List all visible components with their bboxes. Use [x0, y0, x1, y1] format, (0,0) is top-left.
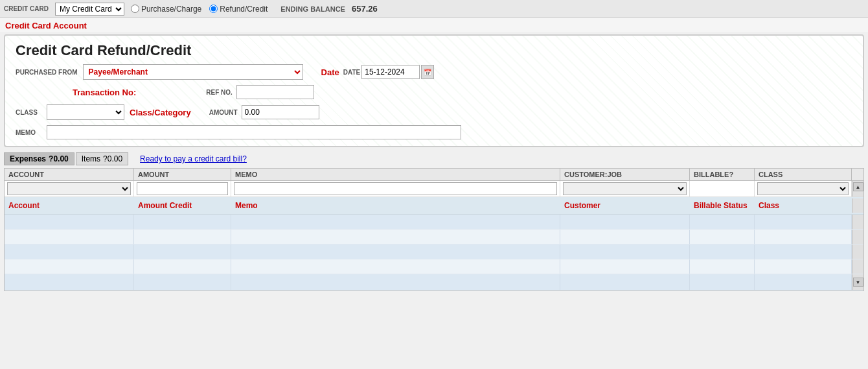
- account-dropdown[interactable]: [7, 182, 131, 195]
- transaction-no-label: Transaction No:: [73, 88, 136, 97]
- row-customer: [560, 215, 690, 229]
- ref-no-section: REF NO.: [206, 85, 314, 99]
- class-label: CLASS: [16, 109, 41, 116]
- row-class: [755, 230, 852, 244]
- memo-input-cell[interactable]: [231, 181, 560, 196]
- row-scrollbar: ▼: [852, 274, 863, 290]
- transaction-row: Transaction No: REF NO.: [16, 85, 852, 99]
- ref-no-input[interactable]: [236, 85, 314, 99]
- row-memo-input[interactable]: [234, 182, 557, 195]
- col-class: CLASS: [755, 169, 852, 180]
- expenses-tab-label: Expenses: [10, 154, 46, 163]
- row-amount: [134, 230, 231, 244]
- row-account: [5, 244, 134, 259]
- row-memo: [231, 230, 560, 244]
- row-class: [755, 259, 852, 274]
- row-class: [755, 244, 852, 259]
- amount-input-cell[interactable]: [134, 181, 231, 196]
- header-class: Class: [755, 198, 852, 213]
- ref-no-label: REF NO.: [206, 89, 233, 96]
- data-section-header: Account Amount Credit Memo Customer Bill…: [5, 197, 863, 215]
- refund-credit-radio[interactable]: [209, 5, 218, 13]
- row-scrollbar: [852, 244, 863, 259]
- scroll-up-arrow[interactable]: ▲: [853, 182, 863, 191]
- form-title: Credit Card Refund/Credit: [16, 42, 852, 59]
- table-row: [5, 230, 863, 244]
- amount-section: AMOUNT: [209, 105, 319, 119]
- scroll-down-arrow[interactable]: ▼: [853, 278, 863, 287]
- row-memo: [231, 215, 560, 229]
- credit-card-select[interactable]: My Credit Card: [55, 3, 124, 16]
- row-customer: [560, 259, 690, 274]
- header-amount: Amount Credit: [134, 198, 231, 213]
- row-billable: [690, 274, 755, 290]
- col-memo: MEMO: [231, 169, 560, 180]
- row-class: [755, 215, 852, 229]
- transaction-type-group: Purchase/Charge Refund/Credit: [131, 5, 268, 14]
- date-label: DATE: [343, 69, 360, 76]
- billable-input-cell[interactable]: [690, 181, 755, 196]
- expenses-tab[interactable]: Expenses ?0.00: [4, 152, 74, 165]
- row-amount-input[interactable]: [137, 182, 228, 195]
- table-header: ACCOUNT AMOUNT MEMO CUSTOMER:JOB BILLABL…: [5, 169, 863, 181]
- row-billable: [690, 230, 755, 244]
- row-customer: [560, 230, 690, 244]
- amount-input[interactable]: [242, 105, 319, 119]
- row-amount: [134, 244, 231, 259]
- row-account: [5, 274, 134, 290]
- class-placeholder: Class/Category: [130, 108, 191, 117]
- ending-balance-label: ENDING BALANCE: [280, 5, 345, 13]
- expenses-tab-amount: ?0.00: [49, 154, 69, 163]
- calendar-button[interactable]: 📅: [421, 65, 434, 79]
- purchase-charge-option[interactable]: Purchase/Charge: [131, 5, 201, 14]
- customer-dropdown[interactable]: [563, 182, 687, 195]
- col-amount: AMOUNT: [134, 169, 231, 180]
- header-billable: Billable Status: [690, 198, 755, 213]
- ready-to-pay-link[interactable]: Ready to pay a credit card bill?: [140, 154, 247, 163]
- form-area: Credit Card Refund/Credit PURCHASED FROM…: [4, 34, 864, 147]
- table-row: ▼: [5, 274, 863, 291]
- purchased-from-row: PURCHASED FROM Payee/Merchant Date DATE …: [16, 64, 852, 80]
- account-input-cell[interactable]: [5, 181, 134, 196]
- row-scrollbar: [852, 215, 863, 229]
- scrollbar-up[interactable]: ▲: [852, 181, 863, 196]
- header-account: Account: [5, 198, 134, 213]
- items-tab-label: Items: [82, 154, 100, 163]
- class-row-dropdown[interactable]: [757, 182, 849, 195]
- row-billable: [690, 259, 755, 274]
- header-memo: Memo: [231, 198, 560, 213]
- credit-card-label: CREDIT CARD: [4, 5, 49, 12]
- refund-credit-option[interactable]: Refund/Credit: [209, 5, 268, 14]
- account-title: Credit Card Account: [0, 18, 868, 32]
- memo-input[interactable]: [47, 125, 461, 139]
- class-select[interactable]: [47, 104, 124, 120]
- class-row: CLASS Class/Category AMOUNT: [16, 104, 852, 120]
- purchase-charge-radio[interactable]: [131, 5, 139, 13]
- table-row: [5, 259, 863, 274]
- date-row: DATE 📅: [343, 65, 434, 79]
- row-memo: [231, 244, 560, 259]
- row-memo: [231, 274, 560, 290]
- date-input[interactable]: [361, 65, 420, 79]
- expenses-table: ACCOUNT AMOUNT MEMO CUSTOMER:JOB BILLABL…: [4, 168, 864, 291]
- memo-label: MEMO: [16, 129, 41, 136]
- transaction-no-section: Transaction No:: [73, 88, 136, 97]
- row-amount: [134, 215, 231, 229]
- tabs-bar: Expenses ?0.00 Items ?0.00 Ready to pay …: [0, 150, 868, 168]
- scrollbar-section: [852, 198, 863, 213]
- col-customer-job: CUSTOMER:JOB: [560, 169, 690, 180]
- items-tab[interactable]: Items ?0.00: [76, 152, 128, 165]
- row-memo: [231, 259, 560, 274]
- row-customer: [560, 274, 690, 290]
- payee-select[interactable]: Payee/Merchant: [83, 64, 303, 80]
- row-billable: [690, 215, 755, 229]
- customer-input-cell[interactable]: [560, 181, 690, 196]
- header-customer: Customer: [560, 198, 690, 213]
- table-row: [5, 215, 863, 230]
- items-tab-amount: ?0.00: [103, 154, 122, 163]
- col-billable: BILLABLE?: [690, 169, 755, 180]
- row-class: [755, 274, 852, 290]
- class-input-cell[interactable]: [755, 181, 852, 196]
- col-scrollbar-header: [852, 169, 863, 180]
- row-amount: [134, 274, 231, 290]
